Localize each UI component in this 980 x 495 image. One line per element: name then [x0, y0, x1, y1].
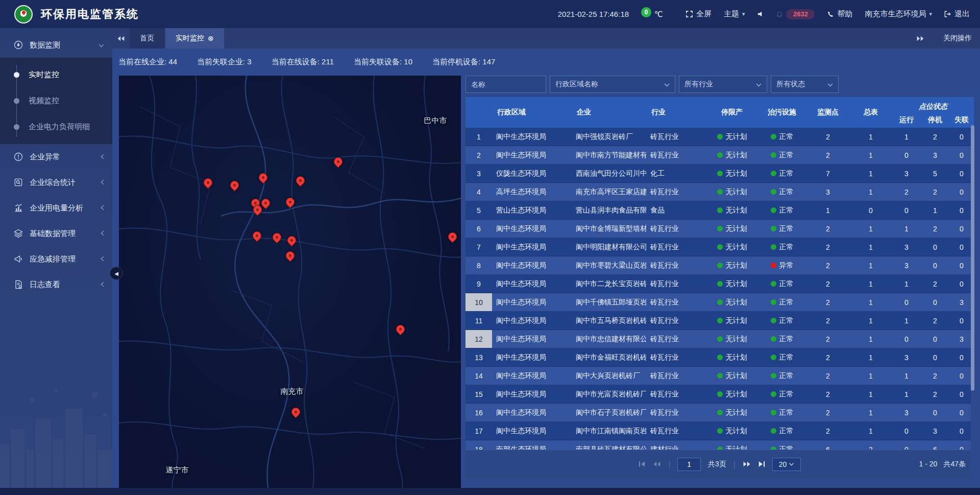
- panel-collapse-toggle[interactable]: ◀: [110, 267, 123, 280]
- help-button[interactable]: 帮助: [827, 9, 852, 19]
- table-row[interactable]: 3仪陇生态环境局西南油气田分公司川中化工无计划正常71350: [465, 164, 974, 183]
- table-row[interactable]: 4高坪生态环境局南充市高坪区王家店建砖瓦行业无计划正常31220: [465, 183, 974, 201]
- sidebar-item-企业用电量分析[interactable]: 企业用电量分析: [0, 195, 112, 221]
- cell-monitor-count: 2: [806, 348, 849, 366]
- cell-meter-count: 1: [849, 146, 892, 164]
- cell-facility-status: 正常: [757, 201, 806, 219]
- cell-region: 阆中生态环境局: [492, 385, 572, 403]
- theme-label: 主题: [724, 9, 739, 19]
- table-row[interactable]: 13阆中生态环境局阆中市金福旺页岩机砖砖瓦行业无计划正常21300: [465, 348, 974, 367]
- cell-index: 1: [465, 128, 492, 146]
- fullscreen-button[interactable]: 全屏: [685, 9, 712, 19]
- city-skyline-decoration: [0, 381, 112, 488]
- temperature-indicator: 0 ℃: [641, 10, 663, 19]
- cell-run-count: 0: [892, 146, 921, 164]
- tab-close-icon[interactable]: ⊗: [208, 34, 214, 42]
- cell-index: 17: [465, 422, 492, 440]
- fullscreen-label: 全屏: [696, 9, 712, 19]
- cell-monitor-count: 2: [806, 422, 849, 440]
- tab-首页[interactable]: 首页: [130, 28, 164, 49]
- cell-region: 阆中生态环境局: [492, 275, 572, 293]
- sound-button[interactable]: [757, 11, 764, 17]
- table-row[interactable]: 14阆中生态环境局阆中大兴页岩机砖厂砖瓦行业无计划正常21120: [465, 367, 974, 385]
- cell-region: 阆中生态环境局: [492, 330, 572, 348]
- prev-page-icon[interactable]: [653, 461, 661, 467]
- cell-run-count: 2: [892, 183, 921, 201]
- table-row[interactable]: 2阆中生态环境局阆中市南方节能建材有砖瓦行业无计划正常21030: [465, 146, 974, 164]
- cell-stop-count: 6: [921, 440, 949, 450]
- main-area: 首页实时监控⊗ 关闭操作 当前在线企业: 44当前失联企业: 3当前在线设备: …: [112, 28, 980, 495]
- tabs-scroll-right-icon[interactable]: [912, 35, 929, 42]
- table-row[interactable]: 10阆中生态环境局阆中千佛镇五郎垭页岩砖瓦行业无计划正常21003: [465, 293, 974, 312]
- cell-industry: 砖瓦行业: [646, 183, 706, 201]
- sidebar-item-基础数据管理[interactable]: 基础数据管理: [0, 221, 112, 246]
- table-body: 1阆中生态环境局阆中强锐页岩砖厂砖瓦行业无计划正常211202阆中生态环境局阆中…: [465, 128, 974, 450]
- next-page-icon[interactable]: [743, 461, 751, 467]
- page-number-input[interactable]: [677, 458, 701, 471]
- last-page-icon[interactable]: [758, 461, 765, 467]
- first-page-icon[interactable]: [639, 461, 646, 467]
- page-size-select[interactable]: 20: [772, 458, 801, 471]
- table-row[interactable]: 17阆中生态环境局阆中市江南镇阆南页岩砖瓦行业无计划正常21030: [465, 422, 974, 440]
- cell-meter-count: 1: [849, 220, 892, 238]
- app-title: 环保用电监管系统: [41, 7, 139, 22]
- region-select[interactable]: 行政区域名称: [550, 76, 675, 93]
- table-row[interactable]: 7阆中生态环境局阆中明阳建材有限公司砖瓦行业无计划正常21300: [465, 238, 974, 256]
- stat-当前失联企业: 当前失联企业: 3: [197, 57, 252, 67]
- col-index: [465, 97, 492, 128]
- tab-实时监控[interactable]: 实时监控⊗: [165, 28, 224, 49]
- org-menu[interactable]: 南充市生态环境局 ▾: [865, 9, 932, 19]
- cell-monitor-count: 2: [806, 256, 849, 274]
- logout-button[interactable]: 退出: [944, 9, 970, 19]
- scrollbar-thumb[interactable]: [971, 125, 974, 391]
- close-operations-button[interactable]: 关闭操作: [943, 34, 972, 43]
- bell-icon: [776, 11, 783, 18]
- industry-select[interactable]: 所有行业: [679, 76, 767, 93]
- logout-icon: [944, 11, 951, 17]
- sidebar-item-企业综合统计[interactable]: 企业综合统计: [0, 170, 112, 195]
- cell-index: 14: [465, 367, 492, 385]
- status-select[interactable]: 所有状态: [771, 76, 839, 93]
- theme-menu[interactable]: 主题 ▾: [724, 9, 745, 19]
- table-row[interactable]: 18南部生态环境局南部县砖瓦建材有限公建材行业无计划正常62060: [465, 440, 974, 450]
- cell-limit-status: 无计划: [706, 404, 757, 421]
- status-dot-red: [771, 263, 776, 268]
- map-view[interactable]: 巴中市南充市遂宁市: [119, 76, 461, 488]
- sidebar-subitem-实时监控[interactable]: 实时监控: [0, 62, 112, 88]
- sidebar-subitem-企业电力负荷明细[interactable]: 企业电力负荷明细: [0, 114, 112, 140]
- sidebar-item-数据监测[interactable]: 数据监测: [0, 32, 112, 58]
- cell-meter-count: 1: [849, 348, 892, 366]
- table-row[interactable]: 12阆中生态环境局阆中市忠信建材有限公砖瓦行业无计划正常21003: [465, 330, 974, 348]
- tabs-scroll-left-icon[interactable]: [112, 28, 130, 49]
- pager-divider: |: [668, 460, 670, 468]
- table-row[interactable]: 1阆中生态环境局阆中强锐页岩砖厂砖瓦行业无计划正常21120: [465, 128, 974, 146]
- industry-select-value: 所有行业: [684, 80, 713, 89]
- map-roads-decoration: [119, 76, 461, 488]
- cell-limit-status: 无计划: [706, 256, 757, 274]
- cell-company: 阆中市五马桥页岩机砖: [572, 312, 646, 329]
- status-dot-green: [771, 281, 776, 287]
- name-search-input[interactable]: [465, 76, 546, 93]
- sidebar-item-label: 企业用电量分析: [30, 203, 83, 213]
- table-scrollbar[interactable]: [971, 125, 974, 478]
- sidebar-item-label: 基础数据管理: [30, 229, 76, 239]
- table-row[interactable]: 8阆中生态环境局阆中市枣碧大梁山页岩砖瓦行业无计划异常21300: [465, 256, 974, 275]
- table-row[interactable]: 16阆中生态环境局阆中市石子页岩机砖厂砖瓦行业无计划正常21300: [465, 404, 974, 422]
- sidebar-subitem-视频监控[interactable]: 视频监控: [0, 88, 112, 114]
- table-row[interactable]: 5营山生态环境局营山县润丰肉食品有限食品无计划正常10010: [465, 201, 974, 220]
- table-row[interactable]: 15阆中生态环境局阆中市光富页岩机砖厂砖瓦行业无计划正常21120: [465, 385, 974, 404]
- sidebar-subitem-label: 企业电力负荷明细: [29, 122, 90, 132]
- table-row[interactable]: 9阆中生态环境局阆中市二龙长宝页岩砖砖瓦行业无计划正常21120: [465, 275, 974, 293]
- sidebar-item-日志查看[interactable]: 日志查看: [0, 272, 112, 297]
- cell-monitor-count: 3: [806, 183, 849, 201]
- status-dot-green: [771, 189, 776, 195]
- alarm-counter[interactable]: 2632: [776, 9, 815, 19]
- table-row[interactable]: 11阆中生态环境局阆中市五马桥页岩机砖砖瓦行业无计划正常21120: [465, 312, 974, 330]
- cell-index: 8: [465, 256, 492, 274]
- cell-facility-status: 正常: [757, 146, 806, 164]
- sidebar-item-企业异常[interactable]: 企业异常: [0, 144, 112, 170]
- status-dot-green: [771, 299, 776, 305]
- col-limit: 停限产: [706, 97, 757, 128]
- table-row[interactable]: 6阆中生态环境局阆中市金博瑞新型墙材砖瓦行业无计划正常21120: [465, 220, 974, 238]
- sidebar-item-应急减排管理[interactable]: 应急减排管理: [0, 246, 112, 272]
